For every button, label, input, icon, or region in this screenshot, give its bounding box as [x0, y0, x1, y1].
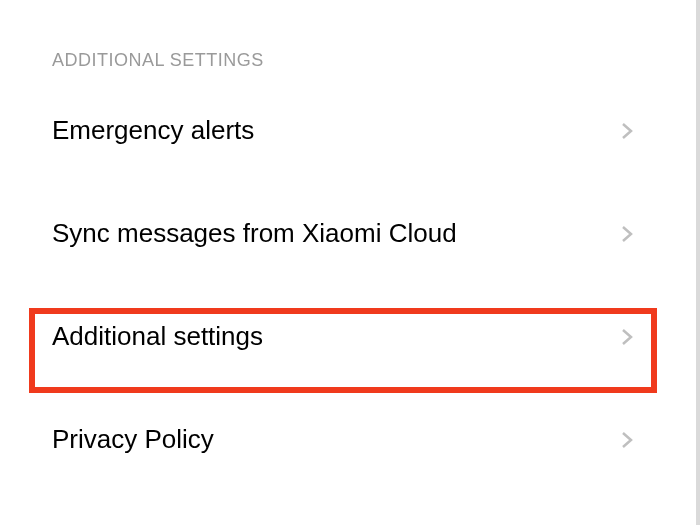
chevron-right-icon	[619, 123, 635, 139]
vertical-divider	[696, 0, 700, 525]
chevron-right-icon	[619, 329, 635, 345]
list-item-label: Sync messages from Xiaomi Cloud	[52, 218, 457, 249]
section-header: ADDITIONAL SETTINGS	[0, 0, 665, 79]
chevron-right-icon	[619, 226, 635, 242]
settings-list: Emergency alerts Sync messages from Xiao…	[0, 79, 665, 491]
chevron-right-icon	[619, 432, 635, 448]
list-item-emergency-alerts[interactable]: Emergency alerts	[0, 79, 665, 182]
list-item-additional-settings[interactable]: Additional settings	[0, 285, 665, 388]
list-item-privacy-policy[interactable]: Privacy Policy	[0, 388, 665, 491]
list-item-sync-messages[interactable]: Sync messages from Xiaomi Cloud	[0, 182, 665, 285]
list-item-label: Emergency alerts	[52, 115, 254, 146]
list-item-label: Privacy Policy	[52, 424, 214, 455]
list-item-label: Additional settings	[52, 321, 263, 352]
settings-panel: ADDITIONAL SETTINGS Emergency alerts Syn…	[0, 0, 665, 525]
